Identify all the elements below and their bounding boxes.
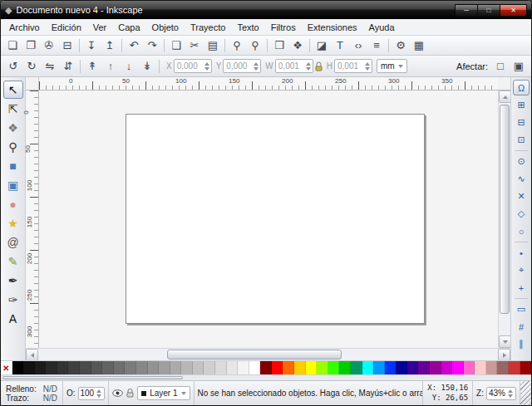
y-input[interactable]: 0,000 — [223, 59, 261, 73]
copy-button[interactable]: ❑ — [167, 37, 185, 54]
rotate-90-ccw-button[interactable]: ↺ — [4, 58, 22, 75]
menu-ayuda[interactable]: Ayuda — [363, 19, 401, 35]
snap-intersections-toggle[interactable]: ✕ — [513, 188, 530, 204]
palette-swatch[interactable] — [509, 361, 520, 374]
opacity-input[interactable]: 100 — [78, 387, 106, 400]
palette-swatch-none[interactable]: ✕ — [1, 361, 12, 374]
width-input[interactable]: 0,001 — [275, 59, 313, 73]
palette-swatch[interactable] — [452, 361, 464, 374]
document-properties-button[interactable]: ▦ — [410, 37, 428, 54]
scroll-right-arrow[interactable] — [498, 349, 510, 361]
undo-button[interactable]: ↶ — [125, 37, 143, 54]
layer-lock-icon[interactable] — [126, 389, 134, 398]
zoom-input[interactable]: 43% — [486, 387, 516, 400]
text-tool[interactable]: A — [3, 310, 23, 328]
menu-archivo[interactable]: Archivo — [3, 19, 46, 35]
palette-swatch[interactable] — [148, 361, 160, 374]
palette-swatch[interactable] — [102, 361, 114, 374]
open-document-button[interactable]: ❐ — [22, 37, 40, 54]
palette-swatch[interactable] — [68, 361, 80, 374]
minimize-button[interactable]: ─ — [455, 4, 477, 17]
tweak-tool[interactable]: ❖ — [3, 119, 23, 137]
spiral-tool[interactable]: @ — [3, 233, 23, 252]
palette-swatch[interactable] — [396, 361, 407, 374]
vertical-ruler[interactable]: 050100150200250300 — [26, 90, 39, 348]
paste-button[interactable]: ▤ — [204, 37, 222, 54]
snap-rotation-centers-toggle[interactable]: + — [513, 280, 530, 296]
palette-swatch[interactable] — [373, 361, 385, 374]
create-clone-button[interactable]: ❖ — [288, 37, 307, 54]
palette-swatch[interactable] — [215, 361, 227, 374]
calligraphy-tool[interactable]: ✑ — [3, 291, 23, 309]
snap-grid-toggle[interactable]: # — [513, 319, 530, 335]
snap-guides-toggle[interactable]: ∥ — [513, 336, 530, 352]
snap-enable-toggle[interactable]: Ω — [513, 80, 530, 95]
duplicate-button[interactable]: ❒ — [270, 37, 288, 54]
palette-swatch[interactable] — [57, 361, 69, 374]
export-button[interactable]: ↥ — [101, 37, 119, 54]
zoom-selection-button[interactable]: ⚲ — [228, 37, 246, 54]
lower-button[interactable]: ↓ — [120, 58, 138, 75]
palette-swatch[interactable] — [80, 361, 91, 374]
vertical-scrollbar[interactable] — [498, 90, 510, 348]
palette-swatch[interactable] — [23, 361, 35, 374]
scroll-left-arrow[interactable] — [26, 349, 38, 361]
horizontal-scroll-thumb[interactable] — [167, 350, 342, 360]
zoom-tool[interactable]: ⚲ — [3, 138, 23, 156]
rotate-90-cw-button[interactable]: ↻ — [22, 58, 41, 75]
redo-button[interactable]: ↷ — [143, 37, 161, 54]
document-page[interactable] — [126, 114, 425, 324]
palette-swatch[interactable] — [328, 361, 340, 374]
lock-ratio-icon[interactable] — [315, 61, 323, 71]
palette-swatch[interactable] — [238, 361, 249, 374]
palette-swatch[interactable] — [91, 361, 103, 374]
node-tool[interactable]: ⇱ — [3, 100, 23, 118]
opacity-spinner[interactable] — [96, 389, 102, 398]
palette-swatch[interactable] — [114, 361, 126, 374]
close-button[interactable]: ✕ — [500, 4, 527, 17]
menu-trayecto[interactable]: Trayecto — [185, 19, 231, 35]
layer-visibility-icon[interactable] — [112, 389, 123, 397]
palette-swatch[interactable] — [204, 361, 215, 374]
palette-swatch[interactable] — [227, 361, 239, 374]
snap-paths-toggle[interactable]: ∿ — [513, 171, 530, 187]
menu-capa[interactable]: Capa — [112, 19, 145, 35]
selector-tool[interactable]: ↖ — [3, 81, 23, 99]
palette-swatch[interactable] — [430, 361, 441, 374]
rectangle-tool[interactable]: ■ — [3, 157, 23, 175]
menu-filtros[interactable]: Filtros — [265, 19, 302, 35]
palette-swatch[interactable] — [497, 361, 509, 374]
palette-scrollbar[interactable] — [1, 374, 531, 380]
menu-extensiones[interactable]: Extensiones — [302, 19, 363, 35]
snap-midpoints-toggle[interactable]: • — [513, 245, 530, 261]
new-document-button[interactable]: ❏ — [3, 37, 22, 54]
w-spinner[interactable] — [305, 62, 312, 71]
x-input[interactable]: 0,000 — [174, 59, 212, 73]
menu-texto[interactable]: Texto — [231, 19, 264, 35]
vertical-scroll-thumb[interactable] — [500, 105, 510, 314]
palette-swatch[interactable] — [170, 361, 182, 374]
palette-swatch[interactable] — [294, 361, 306, 374]
palette-swatch[interactable] — [407, 361, 419, 374]
palette-swatch[interactable] — [385, 361, 397, 374]
flip-vertical-button[interactable]: ⇵ — [59, 58, 77, 75]
palette-swatch[interactable] — [464, 361, 475, 374]
menu-objeto[interactable]: Objeto — [146, 19, 185, 35]
vertical-scroll-track[interactable] — [499, 103, 510, 335]
pen-tool[interactable]: ✒ — [3, 271, 23, 290]
raise-button[interactable]: ↑ — [101, 58, 120, 75]
title-bar[interactable]: ◆ Documento nuevo 4 - Inkscape ─□✕ — [1, 1, 531, 19]
scroll-up-arrow[interactable] — [499, 90, 511, 103]
scroll-down-arrow[interactable] — [499, 335, 511, 348]
transform-corners-toggle[interactable]: ▣ — [510, 58, 528, 75]
palette-swatch[interactable] — [249, 361, 261, 374]
snap-cusp-nodes-toggle[interactable]: ◇ — [513, 206, 530, 222]
palette-swatch[interactable] — [125, 361, 136, 374]
flip-horizontal-button[interactable]: ⇋ — [41, 58, 59, 75]
snap-page-border-toggle[interactable]: ▭ — [513, 301, 530, 317]
palette-swatch[interactable] — [362, 361, 374, 374]
palette-swatch[interactable] — [418, 361, 430, 374]
ellipse-tool[interactable]: ● — [3, 195, 23, 213]
canvas[interactable] — [39, 90, 498, 348]
palette-swatch[interactable] — [136, 361, 148, 374]
